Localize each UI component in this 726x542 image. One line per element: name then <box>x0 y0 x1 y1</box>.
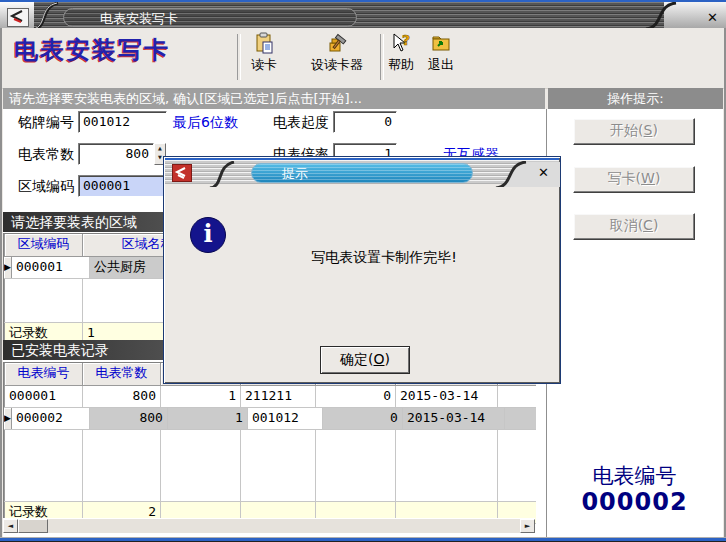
nameplate-label: 铭牌编号 <box>18 111 74 133</box>
ratio-cell[interactable]: 1 <box>168 408 248 429</box>
read-card-label: 读卡 <box>242 57 286 72</box>
exit-label: 退出 <box>423 57 459 72</box>
exit-button[interactable]: 退出 <box>423 32 459 72</box>
info-icon: i <box>190 217 226 253</box>
help-icon: ? <box>390 32 412 54</box>
scroll-right-icon[interactable]: ► <box>520 519 535 533</box>
meter-constant-cell[interactable]: 800 <box>90 408 168 429</box>
meter-grid-empty-area <box>4 430 536 502</box>
dialog-logo-icon <box>172 164 192 182</box>
cancel-button[interactable]: 取消(C) <box>573 213 695 240</box>
window-border-left <box>0 28 2 537</box>
app-logo-icon <box>7 8 29 27</box>
empty-cell <box>505 408 536 429</box>
constant-input[interactable]: 800 <box>78 143 154 165</box>
window-border-bottom <box>0 537 726 542</box>
row-marker-icon: ▶ <box>4 408 12 429</box>
toolbar-separator <box>237 34 241 80</box>
window-close-button[interactable]: ✕ <box>707 11 718 25</box>
status-message: 请先选择要安装电表的区域, 确认[区域已选定]后点击[开始]... <box>3 88 545 109</box>
start-reading-label: 电表起度 <box>273 111 329 133</box>
nameplate-input[interactable]: 001012 <box>78 111 167 133</box>
exit-icon <box>430 32 452 54</box>
spin-up-icon[interactable]: ▲ <box>155 144 165 153</box>
meter-number-display-label: 电表编号 <box>546 462 723 490</box>
nameplate-hint: 最后6位数 <box>173 111 238 133</box>
set-reader-button[interactable]: 设读卡器 <box>298 32 376 72</box>
meter-grid-row-selected[interactable]: ▶ 000002 800 1 001012 0 2015-03-14 <box>4 408 536 430</box>
meter-number-display-value: 000002 <box>546 488 723 516</box>
set-reader-label: 设读卡器 <box>298 57 376 72</box>
ok-button[interactable]: 确定(O) <box>320 346 410 374</box>
dialog-close-button[interactable]: ✕ <box>538 166 549 180</box>
date-cell[interactable]: 2015-03-14 <box>396 386 498 407</box>
area-code-column-header[interactable]: 区域编码 <box>5 234 83 256</box>
empty-cell <box>498 386 536 407</box>
scrollbar-track[interactable] <box>48 519 520 533</box>
toolbar: 电表安装写卡 读卡 设读卡器 ? 帮助 退出 <box>2 28 724 89</box>
scrollbar-thumb[interactable] <box>18 519 48 533</box>
meter-constant-cell[interactable]: 800 <box>83 386 161 407</box>
meter-number-cell[interactable]: 000001 <box>5 386 83 407</box>
set-reader-icon <box>326 32 348 54</box>
nameplate-cell[interactable]: 001012 <box>248 408 323 429</box>
meter-number-column-header[interactable]: 电表编号 <box>5 363 83 385</box>
read-card-button[interactable]: 读卡 <box>242 32 286 72</box>
message-dialog: 提示 ✕ i 写电表设置卡制作完毕! 确定(O) <box>163 156 561 384</box>
meter-number-cell[interactable]: 000002 <box>12 408 90 429</box>
reading-cell[interactable]: 0 <box>323 408 403 429</box>
meter-grid: 电表编号 电表常数 000001 800 1 211211 0 2015-03-… <box>3 362 537 525</box>
ratio-cell[interactable]: 1 <box>161 386 241 407</box>
area-code-input[interactable]: 000001 <box>78 175 167 197</box>
dialog-title: 提示 <box>251 163 473 183</box>
dialog-message: 写电表设置卡制作完毕! <box>234 249 534 267</box>
svg-text:?: ? <box>402 32 410 48</box>
operation-hint-header: 操作提示: <box>548 88 723 109</box>
write-card-button[interactable]: 写卡(W) <box>573 166 695 193</box>
start-button[interactable]: 开始(S) <box>573 118 695 145</box>
area-code-label: 区域编码 <box>18 175 74 197</box>
help-label: 帮助 <box>384 57 418 72</box>
window-title: 电表安装写卡 <box>63 8 357 27</box>
read-card-icon <box>253 32 275 54</box>
page-title: 电表安装写卡 <box>14 34 170 66</box>
dialog-titlebar[interactable]: 提示 ✕ <box>165 158 559 184</box>
date-cell[interactable]: 2015-03-14 <box>403 408 505 429</box>
area-code-cell[interactable]: 000001 <box>12 257 90 278</box>
window-titlebar[interactable]: 电表安装写卡 ✕ <box>0 0 726 28</box>
meter-grid-row[interactable]: 000001 800 1 211211 0 2015-03-14 <box>4 386 536 408</box>
horizontal-scrollbar[interactable]: ◄ ► <box>3 518 535 533</box>
scroll-left-icon[interactable]: ◄ <box>3 519 18 533</box>
row-marker-icon: ▶ <box>4 257 12 278</box>
constant-label: 电表常数 <box>18 143 74 165</box>
meter-constant-column-header[interactable]: 电表常数 <box>83 363 161 385</box>
start-reading-input[interactable]: 0 <box>333 111 397 133</box>
reading-cell[interactable]: 0 <box>316 386 396 407</box>
help-button[interactable]: ? 帮助 <box>384 32 418 72</box>
nameplate-cell[interactable]: 211211 <box>241 386 316 407</box>
